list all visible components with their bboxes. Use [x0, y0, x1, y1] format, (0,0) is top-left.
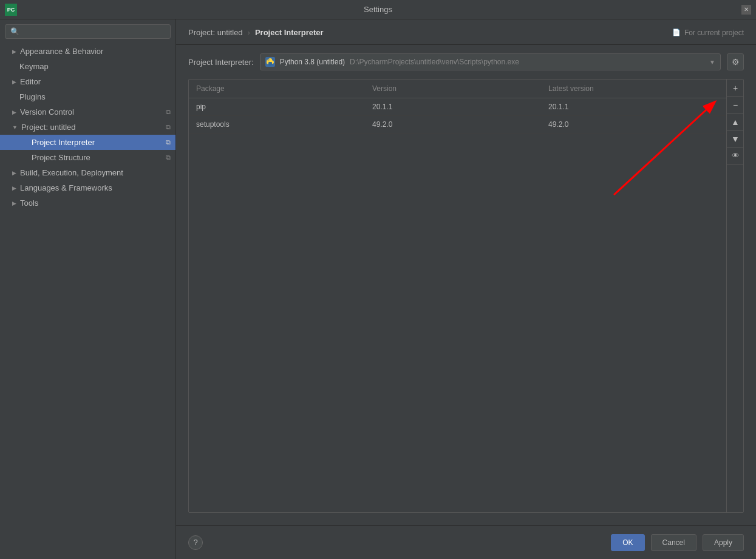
help-button[interactable]: ? — [188, 535, 203, 550]
version-cell: 49.2.0 — [365, 116, 541, 133]
gear-icon: ⚙ — [732, 57, 740, 67]
show-early-access-button[interactable]: 👁 — [727, 147, 744, 164]
sidebar-item-keymap[interactable]: Keymap — [0, 59, 175, 74]
interpreter-label: Project Interpreter: — [188, 58, 254, 67]
expand-arrow-icon: ▶ — [12, 79, 16, 85]
breadcrumb-separator: › — [248, 28, 250, 37]
content-area: Project: untitled › Project Interpreter … — [176, 19, 756, 559]
gear-button[interactable]: ⚙ — [727, 53, 744, 70]
bottom-right: OK Cancel Apply — [611, 534, 744, 551]
latest-version-cell: 20.1.1 — [541, 98, 743, 115]
bottom-left: ? — [188, 535, 203, 550]
package-name-cell: setuptools — [189, 116, 365, 133]
latest-version-cell: 49.2.0 — [541, 116, 743, 133]
main-layout: 🔍 ▶ Appearance & Behavior Keymap ▶ Edito… — [0, 19, 756, 559]
table-actions: + − ▲ ▼ 👁 — [726, 80, 743, 512]
minus-icon: − — [733, 100, 738, 110]
bottom-bar: ? OK Cancel Apply — [176, 525, 756, 559]
sidebar-item-plugins[interactable]: Plugins — [0, 89, 175, 104]
sidebar-item-project-interpreter[interactable]: Project Interpreter ⧉ — [0, 135, 175, 150]
package-name-cell: pip — [189, 98, 365, 115]
file-icon: 📄 — [672, 29, 681, 36]
copy-icon: ⧉ — [166, 138, 171, 146]
column-header-latest: Latest version — [541, 80, 743, 98]
sidebar-item-project-structure[interactable]: Project Structure ⧉ — [0, 150, 175, 165]
expand-arrow-icon: ▶ — [12, 109, 16, 115]
sidebar-item-label: Version Control — [20, 107, 74, 117]
close-button[interactable]: ✕ — [741, 5, 751, 15]
sidebar: 🔍 ▶ Appearance & Behavior Keymap ▶ Edito… — [0, 19, 176, 559]
table-header: Package Version Latest version — [189, 80, 743, 98]
sidebar-item-label: Project Interpreter — [32, 138, 95, 147]
interpreter-version-label: Python 3.8 (untitled) — [280, 58, 345, 66]
sidebar-item-build-execution[interactable]: ▶ Build, Execution, Deployment — [0, 165, 175, 180]
eye-icon: 👁 — [732, 151, 740, 160]
interpreter-path-label: D:\PycharmProjects\untitled\venv\Scripts… — [350, 58, 519, 66]
app-logo: PC — [5, 4, 17, 16]
scroll-down-button[interactable]: ▼ — [727, 130, 744, 147]
sidebar-item-label: Languages & Frameworks — [20, 183, 112, 192]
column-header-package: Package — [189, 80, 365, 98]
copy-icon: ⧉ — [166, 108, 171, 116]
window-controls: ✕ — [741, 5, 751, 15]
breadcrumb-page: Project Interpreter — [255, 28, 324, 37]
expand-arrow-icon: ▼ — [12, 124, 18, 130]
sidebar-item-label: Build, Execution, Deployment — [20, 168, 123, 177]
remove-package-button[interactable]: − — [727, 97, 744, 113]
expand-arrow-icon: ▶ — [12, 49, 16, 55]
sidebar-item-label: Project: untitled — [21, 123, 76, 132]
column-header-version: Version — [365, 80, 541, 98]
sidebar-item-editor[interactable]: ▶ Editor — [0, 74, 175, 89]
sidebar-item-label: Tools — [20, 198, 38, 208]
help-icon: ? — [193, 538, 197, 547]
python-icon — [265, 57, 275, 67]
copy-icon: ⧉ — [166, 123, 171, 131]
interpreter-row: Project Interpreter: Python 3.8 (untitle… — [176, 45, 756, 79]
sidebar-item-label: Plugins — [19, 92, 46, 101]
sidebar-item-label: Appearance & Behavior — [20, 47, 103, 56]
breadcrumb-project: Project: untitled — [188, 28, 243, 37]
sidebar-item-label: Project Structure — [32, 153, 90, 162]
copy-icon: ⧉ — [166, 154, 171, 161]
table-row[interactable]: pip 20.1.1 20.1.1 — [189, 98, 743, 116]
search-input[interactable] — [23, 27, 165, 36]
plus-icon: + — [733, 83, 738, 93]
sidebar-item-appearance[interactable]: ▶ Appearance & Behavior — [0, 44, 175, 59]
breadcrumb: Project: untitled › Project Interpreter … — [176, 19, 756, 45]
sidebar-item-label: Editor — [20, 77, 41, 86]
dropdown-arrow-icon: ▼ — [709, 59, 715, 66]
sidebar-item-version-control[interactable]: ▶ Version Control ⧉ — [0, 104, 175, 120]
sidebar-item-tools[interactable]: ▶ Tools — [0, 195, 175, 211]
scroll-up-button[interactable]: ▲ — [727, 113, 744, 130]
ok-button[interactable]: OK — [611, 534, 644, 551]
sidebar-item-languages[interactable]: ▶ Languages & Frameworks — [0, 180, 175, 195]
apply-button[interactable]: Apply — [703, 534, 744, 551]
version-cell: 20.1.1 — [365, 98, 541, 115]
window-title: Settings — [364, 5, 392, 14]
table-row[interactable]: setuptools 49.2.0 49.2.0 — [189, 116, 743, 134]
sidebar-item-project-untitled[interactable]: ▼ Project: untitled ⧉ — [0, 120, 175, 135]
expand-arrow-icon: ▶ — [12, 185, 16, 191]
packages-table: Package Version Latest version pip 20.1.… — [188, 79, 744, 513]
for-current-project-label: For current project — [684, 29, 744, 37]
scroll-up-icon: ▲ — [731, 117, 740, 127]
breadcrumb-right: 📄 For current project — [672, 29, 744, 37]
search-box[interactable]: 🔍 — [5, 24, 171, 39]
cancel-button[interactable]: Cancel — [651, 534, 696, 551]
expand-arrow-icon: ▶ — [12, 200, 16, 206]
title-bar: PC Settings ✕ — [0, 0, 756, 19]
sidebar-item-label: Keymap — [19, 62, 49, 71]
table-body: pip 20.1.1 20.1.1 setuptools 49.2.0 49.2… — [189, 98, 743, 512]
search-icon: 🔍 — [10, 27, 19, 36]
scroll-down-icon: ▼ — [731, 134, 740, 144]
add-package-button[interactable]: + — [727, 80, 744, 97]
interpreter-select-dropdown[interactable]: Python 3.8 (untitled) D:\PycharmProjects… — [260, 53, 721, 70]
expand-arrow-icon: ▶ — [12, 170, 16, 176]
